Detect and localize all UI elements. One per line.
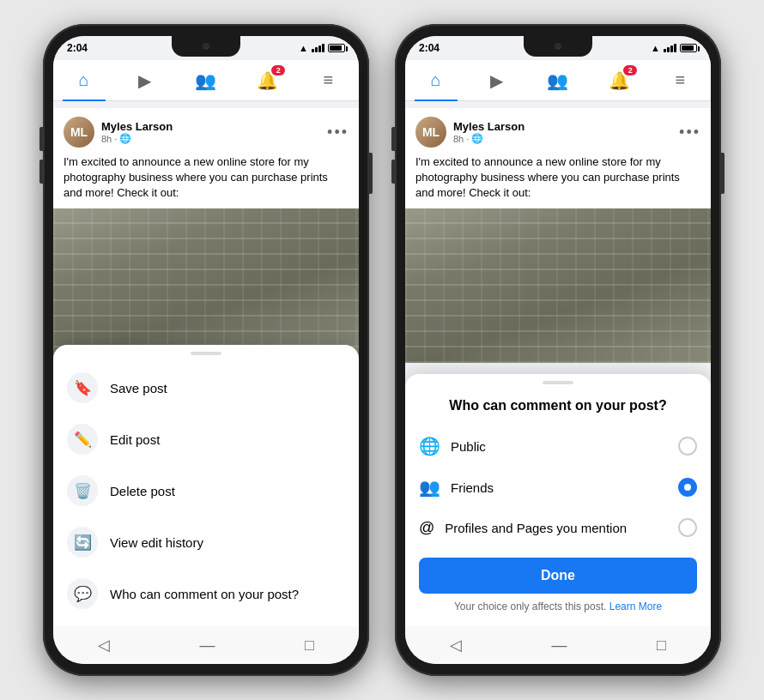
signal-bar-2-3 — [670, 45, 673, 52]
nav-video-2[interactable]: ▶ — [476, 60, 518, 101]
post-card-1: ML Myles Larson 8h · 🌐 ••• I'm — [53, 108, 359, 363]
home-icon-1: ⌂ — [79, 70, 89, 90]
post-image-2 — [405, 208, 711, 363]
nav-home-1[interactable]: ⌂ — [63, 60, 106, 101]
menu-who-can-comment[interactable]: 💬 Who can comment on your post? — [53, 568, 359, 619]
wifi-icon-2: ▲ — [651, 43, 660, 53]
status-time-2: 2:04 — [419, 42, 440, 54]
comment-option-friends[interactable]: 👥 Friends — [405, 467, 711, 508]
wifi-icon-1: ▲ — [299, 43, 308, 53]
bottom-sheet-1: 🔖 Save post ✏️ Edit post 🗑️ Delete post … — [53, 345, 359, 626]
post-options-btn-1[interactable]: ••• — [327, 124, 349, 142]
status-icons-2: ▲ — [651, 43, 697, 53]
signal-bar-3 — [318, 45, 321, 52]
privacy-icon-1: 🌐 — [119, 133, 131, 144]
nav-notifications-2[interactable]: 🔔 2 — [597, 60, 640, 101]
avatar-initials-1: ML — [70, 125, 88, 139]
sheet-handle-2 — [543, 381, 573, 384]
signal-bar-2-4 — [674, 44, 676, 52]
post-header-1: ML Myles Larson 8h · 🌐 ••• — [53, 108, 359, 154]
battery-fill-1 — [330, 45, 342, 51]
notification-badge-1: 2 — [271, 65, 285, 75]
menu-save-post[interactable]: 🔖 Save post — [53, 362, 359, 413]
notification-badge-2: 2 — [623, 65, 637, 75]
groups-icon-2: 👥 — [547, 70, 568, 91]
recent-btn-1[interactable]: □ — [305, 637, 314, 655]
privacy-icon-2: 🌐 — [471, 133, 483, 144]
save-post-icon: 🔖 — [67, 372, 98, 403]
post-time-2: 8h — [453, 134, 464, 144]
profiles-pages-icon: @ — [419, 519, 434, 537]
post-user-2: ML Myles Larson 8h · 🌐 — [415, 117, 524, 148]
post-text-2: I'm excited to announce a new online sto… — [405, 154, 711, 208]
signal-bar-1 — [312, 49, 314, 52]
back-btn-2[interactable]: ◁ — [450, 636, 462, 655]
nav-groups-2[interactable]: 👥 — [537, 60, 579, 101]
vol-up-btn[interactable] — [39, 127, 43, 151]
choice-note-text: Your choice only affects this post. — [454, 600, 606, 612]
learn-more-link[interactable]: Learn More — [609, 600, 662, 612]
who-can-comment-label: Who can comment on your post? — [110, 587, 299, 601]
vol-down-btn-2[interactable] — [391, 160, 395, 184]
signal-bars-1 — [312, 44, 324, 52]
choice-note: Your choice only affects this post. Lear… — [405, 600, 711, 612]
post-header-2: ML Myles Larson 8h · 🌐 ••• — [405, 108, 711, 154]
nav-menu-2[interactable]: ≡ — [658, 60, 701, 101]
back-btn-1[interactable]: ◁ — [98, 636, 110, 655]
nav-home-2[interactable]: ⌂ — [415, 60, 458, 101]
public-label: Public — [451, 439, 486, 454]
avatar-1: ML — [64, 117, 94, 148]
profiles-pages-label: Profiles and Pages you mention — [445, 521, 627, 535]
nav-notifications-1[interactable]: 🔔 2 — [246, 60, 288, 101]
status-time-1: 2:04 — [67, 42, 88, 54]
video-icon-1: ▶ — [138, 70, 151, 91]
friends-radio[interactable] — [678, 478, 697, 497]
phone-1: 2:04 ▲ ⌂ — [43, 24, 369, 676]
phone-screen-1: 2:04 ▲ ⌂ — [53, 36, 359, 664]
facebook-nav-2: ⌂ ▶ 👥 🔔 2 ≡ — [405, 60, 711, 101]
menu-view-edit-history[interactable]: 🔄 View edit history — [53, 516, 359, 568]
friends-icon: 👥 — [419, 477, 440, 498]
camera-notch-2 — [524, 36, 592, 57]
aerial-photo-2 — [405, 208, 711, 363]
nav-groups-1[interactable]: 👥 — [185, 60, 227, 101]
delete-post-label: Delete post — [110, 484, 175, 498]
power-btn[interactable] — [369, 153, 373, 194]
home-icon-2: ⌂ — [431, 70, 441, 90]
bottom-nav-1: ◁ — □ — [53, 626, 359, 664]
phone-shell-2: 2:04 ▲ ⌂ — [395, 24, 721, 676]
view-history-icon: 🔄 — [67, 527, 98, 558]
camera-dot-2 — [555, 43, 561, 50]
home-btn-1[interactable]: — — [200, 637, 215, 655]
comment-option-profiles-pages[interactable]: @ Profiles and Pages you mention — [405, 508, 711, 547]
aerial-photo-1 — [53, 208, 359, 363]
phone-2: 2:04 ▲ ⌂ — [395, 24, 721, 676]
user-info-1: Myles Larson 8h · 🌐 — [101, 120, 173, 144]
post-options-btn-2[interactable]: ••• — [679, 124, 700, 142]
menu-icon-1: ≡ — [324, 70, 334, 90]
save-post-label: Save post — [110, 381, 167, 395]
nav-video-1[interactable]: ▶ — [124, 60, 167, 101]
signal-bars-2 — [664, 44, 676, 52]
power-btn-2[interactable] — [721, 153, 725, 194]
signal-bar-2-2 — [667, 47, 670, 52]
done-button[interactable]: Done — [419, 558, 697, 594]
status-icons-1: ▲ — [299, 43, 345, 53]
menu-delete-post[interactable]: 🗑️ Delete post — [53, 465, 359, 516]
nav-menu-1[interactable]: ≡ — [306, 60, 349, 101]
menu-icon-2: ≡ — [676, 70, 686, 90]
battery-fill-2 — [682, 45, 694, 51]
recent-btn-2[interactable]: □ — [657, 637, 666, 655]
delete-post-icon: 🗑️ — [67, 475, 98, 506]
home-btn-2[interactable]: — — [552, 637, 567, 655]
comment-option-public[interactable]: 🌐 Public — [405, 425, 711, 467]
menu-edit-post[interactable]: ✏️ Edit post — [53, 413, 359, 465]
profiles-pages-radio[interactable] — [678, 518, 697, 537]
edit-post-icon: ✏️ — [67, 424, 98, 455]
vol-up-btn-2[interactable] — [391, 127, 395, 151]
who-can-comment-icon: 💬 — [67, 578, 98, 609]
vol-down-btn[interactable] — [39, 160, 43, 184]
bottom-nav-2: ◁ — □ — [405, 626, 711, 664]
public-radio[interactable] — [678, 437, 697, 456]
signal-bar-4 — [322, 44, 324, 52]
